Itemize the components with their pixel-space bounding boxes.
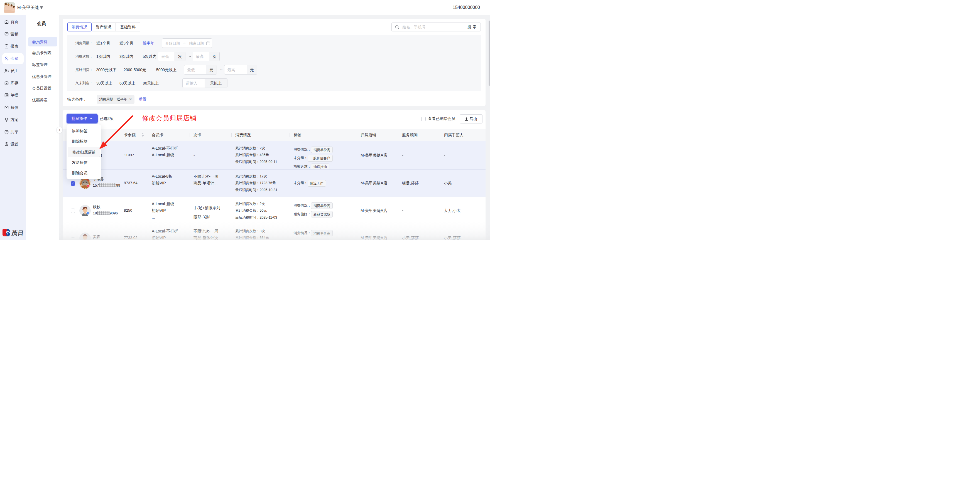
svg-text:茂日: 茂日 xyxy=(11,230,24,236)
